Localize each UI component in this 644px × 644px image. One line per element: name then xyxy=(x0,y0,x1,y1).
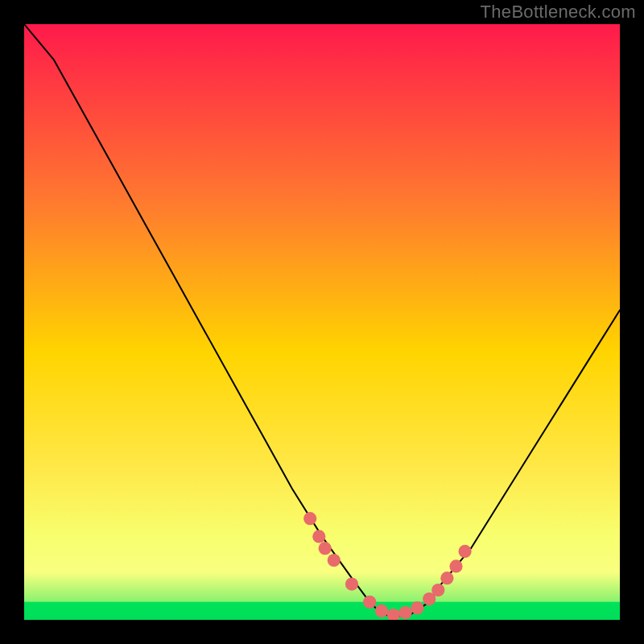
chart-frame: TheBottleneck.com xyxy=(0,0,644,644)
curve-marker xyxy=(312,530,325,543)
plot-area xyxy=(24,24,620,620)
yellow-band xyxy=(24,572,620,602)
curve-marker xyxy=(399,606,412,619)
curve-marker xyxy=(411,601,423,614)
gradient-background xyxy=(24,24,620,620)
watermark-text: TheBottleneck.com xyxy=(481,2,636,23)
curve-marker xyxy=(303,512,316,525)
curve-marker xyxy=(328,554,341,567)
curve-marker xyxy=(449,559,462,572)
curve-marker xyxy=(319,542,332,555)
curve-marker xyxy=(363,596,376,609)
curve-marker xyxy=(440,572,453,584)
curve-marker xyxy=(459,545,472,558)
green-band xyxy=(24,602,620,620)
curve-marker xyxy=(431,584,444,597)
curve-marker xyxy=(345,578,358,591)
chart-svg xyxy=(24,24,620,620)
curve-marker xyxy=(375,605,388,617)
